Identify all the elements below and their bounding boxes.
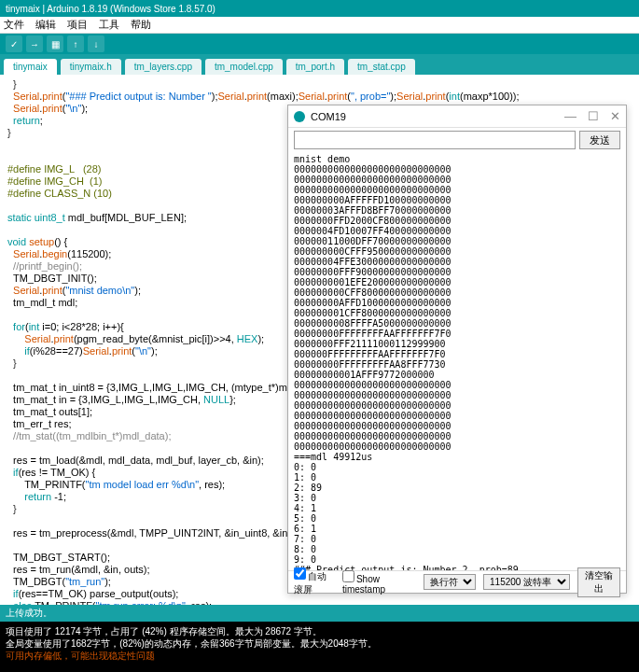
menu-bar: 文件 编辑 项目 工具 帮助	[0, 17, 639, 34]
minimize-icon[interactable]: —	[564, 109, 576, 123]
tool-bar: ✓ → ▦ ↑ ↓	[0, 34, 639, 54]
serial-icon	[294, 111, 305, 122]
tab-tm_layers-cpp[interactable]: tm_layers.cpp	[125, 59, 201, 75]
baud-rate-select[interactable]: 115200 波特率	[483, 574, 570, 590]
serial-input[interactable]	[294, 131, 576, 149]
menu-file[interactable]: 文件	[4, 18, 24, 32]
autoscroll-checkbox[interactable]: 自动滚屏	[294, 567, 335, 596]
tab-tinymaix-h[interactable]: tinymaix.h	[61, 59, 121, 75]
menu-sketch[interactable]: 项目	[67, 18, 88, 32]
save-button[interactable]: ↓	[88, 35, 104, 52]
console-warning: 可用内存偏低，可能出现稳定性问题	[6, 650, 633, 662]
serial-output[interactable]: mnist demo 0000000000000000000000000000 …	[288, 152, 626, 570]
close-icon[interactable]: ✕	[610, 109, 620, 123]
upload-button[interactable]: →	[26, 35, 43, 52]
tab-tinymaix[interactable]: tinymaix	[4, 59, 57, 75]
tab-tm_port-h[interactable]: tm_port.h	[286, 59, 344, 75]
tab-tm_model-cpp[interactable]: tm_model.cpp	[205, 59, 283, 75]
line-ending-select[interactable]: 换行符	[424, 574, 476, 590]
console-line: 项目使用了 12174 字节，占用了 (42%) 程序存储空间。最大为 2867…	[6, 625, 633, 637]
window-title: tinymaix | Arduino 1.8.19 (Windows Store…	[6, 4, 215, 14]
clear-output-button[interactable]: 清空输出	[577, 567, 620, 597]
serial-monitor-window[interactable]: COM19 — ☐ ✕ 发送 mnist demo 00000000000000…	[287, 105, 627, 594]
verify-button[interactable]: ✓	[6, 35, 22, 52]
window-title-bar: tinymaix | Arduino 1.8.19 (Windows Store…	[0, 0, 639, 17]
console-line: 全局变量使用了1682字节，(82%)的动态内存，余留366字节局部变量。最大为…	[6, 637, 633, 650]
menu-edit[interactable]: 编辑	[35, 18, 56, 32]
status-bar: 上传成功。	[0, 605, 639, 622]
tab-tm_stat-cpp[interactable]: tm_stat.cpp	[348, 59, 415, 75]
new-button[interactable]: ▦	[47, 35, 63, 52]
build-console: 项目使用了 12174 字节，占用了 (42%) 程序存储空间。最大为 2867…	[0, 622, 639, 672]
serial-send-button[interactable]: 发送	[579, 131, 620, 149]
open-button[interactable]: ↑	[67, 35, 84, 52]
menu-tools[interactable]: 工具	[99, 18, 119, 32]
serial-title-bar[interactable]: COM19 — ☐ ✕	[288, 105, 626, 128]
serial-title: COM19	[311, 111, 346, 122]
show-timestamp-checkbox[interactable]: Show timestamp	[342, 570, 409, 595]
maximize-icon[interactable]: ☐	[588, 109, 599, 123]
serial-footer: 自动滚屏 Show timestamp 换行符 115200 波特率 清空输出	[288, 570, 626, 593]
serial-send-row: 发送	[288, 128, 626, 152]
tabs-bar: tinymaixtinymaix.htm_layers.cpptm_model.…	[0, 54, 639, 75]
menu-help[interactable]: 帮助	[131, 18, 151, 32]
